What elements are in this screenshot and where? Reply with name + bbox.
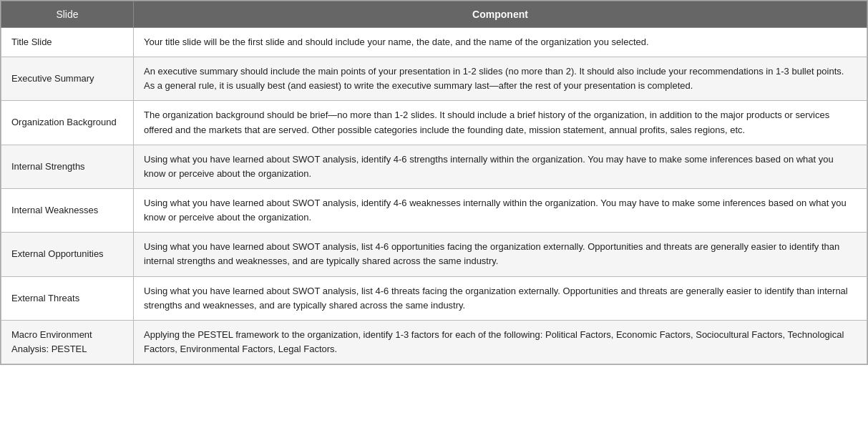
table-row: Internal WeaknessesUsing what you have l… [1,188,867,232]
cell-component: The organization background should be br… [134,101,867,145]
table-row: Title SlideYour title slide will be the … [1,28,867,57]
cell-slide: Executive Summary [1,57,134,101]
cell-slide: External Opportunities [1,233,134,276]
table-header-row: Slide Component [1,1,867,28]
table-row: Organization BackgroundThe organization … [1,101,867,145]
main-table: Slide Component Title SlideYour title sl… [0,0,868,365]
cell-slide: External Threats [1,276,134,320]
table-row: Executive SummaryAn executive summary sh… [1,57,867,101]
cell-component: Using what you have learned about SWOT a… [134,188,867,232]
cell-component: Using what you have learned about SWOT a… [134,276,867,320]
cell-slide: Internal Strengths [1,145,134,188]
table-row: External ThreatsUsing what you have lear… [1,276,867,320]
cell-slide: Macro Environment Analysis: PESTEL [1,320,134,364]
table-row: External OpportunitiesUsing what you hav… [1,233,867,276]
cell-slide: Internal Weaknesses [1,188,134,232]
cell-component: Using what you have learned about SWOT a… [134,233,867,276]
table-row: Internal StrengthsUsing what you have le… [1,145,867,188]
header-component: Component [134,1,867,28]
cell-slide: Title Slide [1,28,134,57]
cell-component: Your title slide will be the first slide… [134,28,867,57]
cell-component: Using what you have learned about SWOT a… [134,145,867,188]
cell-component: An executive summary should include the … [134,57,867,101]
cell-slide: Organization Background [1,101,134,145]
table-row: Macro Environment Analysis: PESTELApplyi… [1,320,867,364]
header-slide: Slide [1,1,134,28]
cell-component: Applying the PESTEL framework to the org… [134,320,867,364]
